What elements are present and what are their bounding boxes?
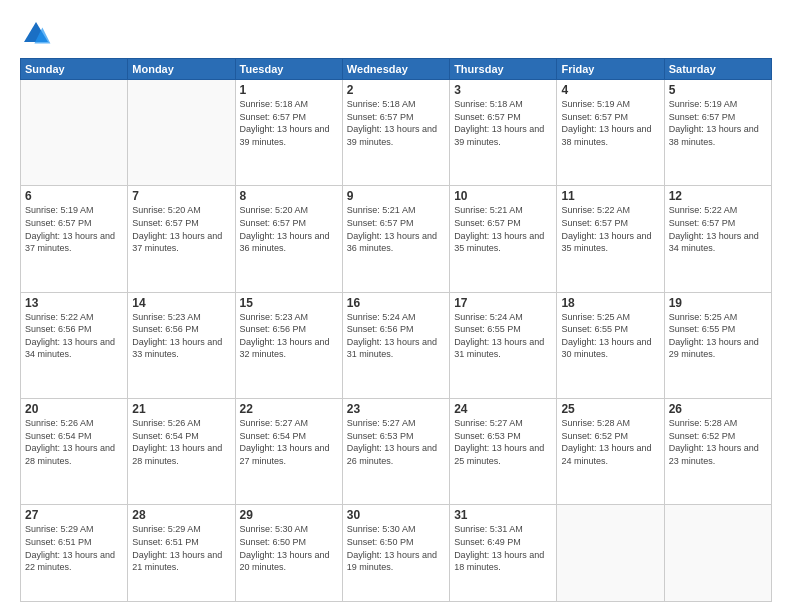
calendar-cell: 1Sunrise: 5:18 AMSunset: 6:57 PMDaylight…	[235, 80, 342, 186]
calendar-cell: 12Sunrise: 5:22 AMSunset: 6:57 PMDayligh…	[664, 186, 771, 292]
day-number: 29	[240, 508, 338, 522]
day-number: 3	[454, 83, 552, 97]
day-info: Sunrise: 5:18 AMSunset: 6:57 PMDaylight:…	[347, 98, 445, 148]
day-info: Sunrise: 5:21 AMSunset: 6:57 PMDaylight:…	[454, 204, 552, 254]
calendar-cell: 11Sunrise: 5:22 AMSunset: 6:57 PMDayligh…	[557, 186, 664, 292]
day-number: 15	[240, 296, 338, 310]
calendar-cell: 21Sunrise: 5:26 AMSunset: 6:54 PMDayligh…	[128, 398, 235, 504]
calendar-header-saturday: Saturday	[664, 59, 771, 80]
logo	[20, 18, 56, 50]
calendar-cell: 13Sunrise: 5:22 AMSunset: 6:56 PMDayligh…	[21, 292, 128, 398]
day-info: Sunrise: 5:26 AMSunset: 6:54 PMDaylight:…	[132, 417, 230, 467]
day-number: 21	[132, 402, 230, 416]
calendar-cell: 8Sunrise: 5:20 AMSunset: 6:57 PMDaylight…	[235, 186, 342, 292]
calendar-cell	[128, 80, 235, 186]
day-number: 22	[240, 402, 338, 416]
day-number: 17	[454, 296, 552, 310]
calendar-cell: 23Sunrise: 5:27 AMSunset: 6:53 PMDayligh…	[342, 398, 449, 504]
day-number: 2	[347, 83, 445, 97]
calendar-cell	[21, 80, 128, 186]
calendar-cell: 5Sunrise: 5:19 AMSunset: 6:57 PMDaylight…	[664, 80, 771, 186]
calendar-header-row: SundayMondayTuesdayWednesdayThursdayFrid…	[21, 59, 772, 80]
calendar-cell: 15Sunrise: 5:23 AMSunset: 6:56 PMDayligh…	[235, 292, 342, 398]
day-info: Sunrise: 5:26 AMSunset: 6:54 PMDaylight:…	[25, 417, 123, 467]
day-number: 25	[561, 402, 659, 416]
calendar-cell	[557, 505, 664, 602]
day-info: Sunrise: 5:22 AMSunset: 6:57 PMDaylight:…	[561, 204, 659, 254]
calendar-header-sunday: Sunday	[21, 59, 128, 80]
day-number: 18	[561, 296, 659, 310]
calendar-cell: 9Sunrise: 5:21 AMSunset: 6:57 PMDaylight…	[342, 186, 449, 292]
header	[20, 18, 772, 50]
calendar-cell: 26Sunrise: 5:28 AMSunset: 6:52 PMDayligh…	[664, 398, 771, 504]
day-info: Sunrise: 5:28 AMSunset: 6:52 PMDaylight:…	[669, 417, 767, 467]
calendar-cell: 16Sunrise: 5:24 AMSunset: 6:56 PMDayligh…	[342, 292, 449, 398]
calendar-cell: 10Sunrise: 5:21 AMSunset: 6:57 PMDayligh…	[450, 186, 557, 292]
calendar-cell: 4Sunrise: 5:19 AMSunset: 6:57 PMDaylight…	[557, 80, 664, 186]
day-info: Sunrise: 5:23 AMSunset: 6:56 PMDaylight:…	[240, 311, 338, 361]
day-info: Sunrise: 5:29 AMSunset: 6:51 PMDaylight:…	[25, 523, 123, 573]
calendar-cell: 22Sunrise: 5:27 AMSunset: 6:54 PMDayligh…	[235, 398, 342, 504]
day-number: 4	[561, 83, 659, 97]
calendar-cell: 14Sunrise: 5:23 AMSunset: 6:56 PMDayligh…	[128, 292, 235, 398]
calendar-header-monday: Monday	[128, 59, 235, 80]
day-number: 1	[240, 83, 338, 97]
calendar-cell: 3Sunrise: 5:18 AMSunset: 6:57 PMDaylight…	[450, 80, 557, 186]
day-number: 23	[347, 402, 445, 416]
day-info: Sunrise: 5:19 AMSunset: 6:57 PMDaylight:…	[561, 98, 659, 148]
day-number: 26	[669, 402, 767, 416]
calendar-table: SundayMondayTuesdayWednesdayThursdayFrid…	[20, 58, 772, 602]
calendar-cell: 19Sunrise: 5:25 AMSunset: 6:55 PMDayligh…	[664, 292, 771, 398]
day-info: Sunrise: 5:28 AMSunset: 6:52 PMDaylight:…	[561, 417, 659, 467]
calendar-cell: 7Sunrise: 5:20 AMSunset: 6:57 PMDaylight…	[128, 186, 235, 292]
calendar-cell: 18Sunrise: 5:25 AMSunset: 6:55 PMDayligh…	[557, 292, 664, 398]
day-number: 20	[25, 402, 123, 416]
day-info: Sunrise: 5:24 AMSunset: 6:55 PMDaylight:…	[454, 311, 552, 361]
day-number: 28	[132, 508, 230, 522]
day-info: Sunrise: 5:19 AMSunset: 6:57 PMDaylight:…	[25, 204, 123, 254]
calendar-cell: 27Sunrise: 5:29 AMSunset: 6:51 PMDayligh…	[21, 505, 128, 602]
calendar-cell	[664, 505, 771, 602]
day-info: Sunrise: 5:31 AMSunset: 6:49 PMDaylight:…	[454, 523, 552, 573]
day-info: Sunrise: 5:22 AMSunset: 6:56 PMDaylight:…	[25, 311, 123, 361]
page: SundayMondayTuesdayWednesdayThursdayFrid…	[0, 0, 792, 612]
calendar-header-friday: Friday	[557, 59, 664, 80]
day-info: Sunrise: 5:19 AMSunset: 6:57 PMDaylight:…	[669, 98, 767, 148]
day-info: Sunrise: 5:30 AMSunset: 6:50 PMDaylight:…	[240, 523, 338, 573]
day-info: Sunrise: 5:18 AMSunset: 6:57 PMDaylight:…	[240, 98, 338, 148]
calendar-cell: 28Sunrise: 5:29 AMSunset: 6:51 PMDayligh…	[128, 505, 235, 602]
day-info: Sunrise: 5:22 AMSunset: 6:57 PMDaylight:…	[669, 204, 767, 254]
day-number: 8	[240, 189, 338, 203]
calendar-header-wednesday: Wednesday	[342, 59, 449, 80]
day-number: 11	[561, 189, 659, 203]
calendar-cell: 17Sunrise: 5:24 AMSunset: 6:55 PMDayligh…	[450, 292, 557, 398]
day-number: 16	[347, 296, 445, 310]
day-number: 6	[25, 189, 123, 203]
calendar-cell: 31Sunrise: 5:31 AMSunset: 6:49 PMDayligh…	[450, 505, 557, 602]
day-number: 30	[347, 508, 445, 522]
day-number: 7	[132, 189, 230, 203]
day-number: 10	[454, 189, 552, 203]
day-info: Sunrise: 5:27 AMSunset: 6:54 PMDaylight:…	[240, 417, 338, 467]
calendar-header-thursday: Thursday	[450, 59, 557, 80]
day-number: 13	[25, 296, 123, 310]
day-info: Sunrise: 5:30 AMSunset: 6:50 PMDaylight:…	[347, 523, 445, 573]
day-info: Sunrise: 5:29 AMSunset: 6:51 PMDaylight:…	[132, 523, 230, 573]
day-number: 24	[454, 402, 552, 416]
day-number: 12	[669, 189, 767, 203]
day-info: Sunrise: 5:20 AMSunset: 6:57 PMDaylight:…	[132, 204, 230, 254]
calendar-cell: 25Sunrise: 5:28 AMSunset: 6:52 PMDayligh…	[557, 398, 664, 504]
day-info: Sunrise: 5:18 AMSunset: 6:57 PMDaylight:…	[454, 98, 552, 148]
day-info: Sunrise: 5:25 AMSunset: 6:55 PMDaylight:…	[669, 311, 767, 361]
day-info: Sunrise: 5:23 AMSunset: 6:56 PMDaylight:…	[132, 311, 230, 361]
calendar-cell: 30Sunrise: 5:30 AMSunset: 6:50 PMDayligh…	[342, 505, 449, 602]
day-info: Sunrise: 5:25 AMSunset: 6:55 PMDaylight:…	[561, 311, 659, 361]
day-info: Sunrise: 5:20 AMSunset: 6:57 PMDaylight:…	[240, 204, 338, 254]
day-info: Sunrise: 5:27 AMSunset: 6:53 PMDaylight:…	[454, 417, 552, 467]
calendar-cell: 24Sunrise: 5:27 AMSunset: 6:53 PMDayligh…	[450, 398, 557, 504]
day-number: 5	[669, 83, 767, 97]
calendar-cell: 6Sunrise: 5:19 AMSunset: 6:57 PMDaylight…	[21, 186, 128, 292]
day-info: Sunrise: 5:24 AMSunset: 6:56 PMDaylight:…	[347, 311, 445, 361]
day-number: 14	[132, 296, 230, 310]
day-number: 9	[347, 189, 445, 203]
